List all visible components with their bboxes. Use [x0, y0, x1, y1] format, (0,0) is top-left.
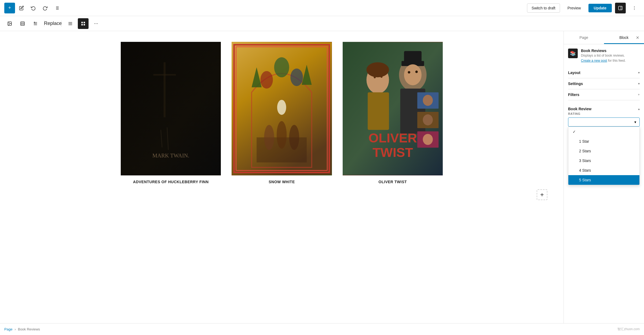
redo-button[interactable] [40, 3, 50, 13]
dropdown-item-any[interactable]: ✓ [568, 127, 639, 137]
settings-section-label: Settings [568, 82, 583, 86]
filters-section-label: Filters [568, 93, 579, 97]
svg-text:TWIST: TWIST [372, 145, 413, 160]
svg-point-9 [634, 8, 635, 8]
book-review-chevron-up-icon: ▴ [638, 107, 640, 111]
rating-label: RATING [568, 112, 640, 115]
grid-view-button[interactable] [78, 18, 89, 29]
svg-rect-6 [619, 6, 622, 10]
filters-plus-icon: + [638, 93, 640, 97]
svg-point-69 [423, 134, 433, 145]
align-button[interactable] [65, 18, 76, 29]
list-button[interactable] [52, 3, 62, 13]
svg-point-61 [415, 71, 418, 73]
svg-point-54 [366, 62, 389, 77]
more-block-options-button[interactable] [91, 18, 101, 29]
book-review-section-label: Book Review [568, 107, 591, 111]
list-item: MARK TWAIN. ADVENTURES OF HUCKLEBERRY FI… [121, 42, 221, 184]
svg-rect-22 [81, 22, 83, 23]
dropdown-item-2stars[interactable]: 2 Stars [568, 146, 639, 156]
svg-rect-25 [84, 24, 85, 25]
top-toolbar: + Switch to draft Preview Update [0, 0, 644, 16]
block-desc-text: Displays a list of book reviews. [581, 53, 626, 58]
dropdown-item-5stars[interactable]: 5 Stars [568, 175, 639, 185]
svg-rect-24 [81, 24, 83, 25]
svg-point-26 [94, 23, 95, 24]
settings-chevron-down-icon: ▾ [638, 82, 640, 86]
huck-cover-art: MARK TWAIN. [121, 42, 221, 175]
dropdown-item-1star[interactable]: 1 Star [568, 137, 639, 146]
settings-section-row[interactable]: Settings ▾ [568, 78, 640, 89]
layout-chevron-down-icon: ▾ [638, 71, 640, 75]
block-icon: 📚 [568, 49, 578, 58]
update-button[interactable]: Update [588, 4, 612, 12]
books-grid: MARK TWAIN. ADVENTURES OF HUCKLEBERRY FI… [121, 42, 443, 184]
toggle-sidebar-button[interactable] [615, 3, 626, 13]
switch-draft-button[interactable]: Switch to draft [527, 3, 560, 13]
block-name-label: Book Reviews [581, 49, 626, 53]
list-item: SNOW WHITE [232, 42, 332, 184]
svg-point-41 [291, 69, 303, 86]
svg-point-60 [408, 71, 410, 73]
second-toolbar: Replace [0, 16, 644, 31]
svg-point-27 [96, 23, 96, 24]
sidebar-tabs: Page Block × [564, 31, 644, 44]
tab-page[interactable]: Page [564, 31, 604, 44]
svg-rect-51 [368, 92, 389, 130]
svg-point-12 [9, 23, 9, 23]
svg-point-47 [289, 125, 299, 150]
block-create-link-row: Create a new post for this feed. [581, 58, 626, 63]
svg-point-68 [423, 114, 433, 125]
svg-point-67 [423, 95, 433, 106]
right-sidebar: Page Block × 📚 Book Reviews Displays a l… [564, 31, 644, 323]
svg-point-8 [634, 6, 635, 7]
rating-dropdown-trigger[interactable]: ▾ [568, 117, 640, 127]
block-description: Book Reviews Displays a list of book rev… [581, 49, 626, 63]
book-title-snow: SNOW WHITE [269, 180, 295, 184]
main-area: MARK TWAIN. ADVENTURES OF HUCKLEBERRY FI… [0, 31, 644, 323]
svg-text:OLIVER: OLIVER [368, 131, 417, 145]
more-options-button[interactable] [629, 3, 640, 13]
svg-point-45 [264, 125, 274, 150]
check-icon: ✓ [573, 130, 577, 134]
svg-point-10 [634, 9, 635, 10]
create-new-post-link[interactable]: Create a new post [581, 59, 607, 62]
settings-icon-button[interactable] [30, 18, 41, 29]
book-cover-huck: MARK TWAIN. [121, 42, 221, 175]
svg-rect-23 [84, 22, 85, 23]
add-block-button[interactable]: + [4, 3, 15, 13]
undo-button[interactable] [28, 3, 39, 13]
sidebar-close-button[interactable]: × [633, 33, 642, 42]
svg-point-46 [277, 121, 287, 149]
dropdown-item-3stars[interactable]: 3 Stars [568, 156, 639, 165]
preview-button[interactable]: Preview [563, 4, 585, 12]
book-cover-oliver: OLIVER TWIST [343, 42, 443, 175]
pencil-button[interactable] [16, 3, 27, 13]
book-review-row[interactable]: Book Review ▴ [568, 104, 640, 112]
book-cover-snow [232, 42, 332, 175]
rating-dropdown-container: ▾ ✓ 1 Star 2 Stars [568, 117, 640, 127]
add-block-bottom-button[interactable] [537, 189, 547, 200]
filters-section-row[interactable]: Filters + [568, 89, 640, 100]
svg-point-28 [97, 23, 98, 24]
toolbar-separator-2 [61, 20, 62, 27]
book-title-huck: ADVENTURES OF HUCKLEBERRY FINN [133, 180, 209, 184]
toolbar-left: + [4, 3, 527, 13]
stack-icon-button[interactable] [17, 18, 28, 29]
dropdown-item-4stars[interactable]: 4 Stars [568, 165, 639, 175]
image-icon-button[interactable] [4, 18, 15, 29]
svg-point-40 [261, 71, 273, 89]
list-item: OLIVER TWIST [343, 42, 443, 184]
tab-indicator [604, 43, 644, 44]
replace-button[interactable]: Replace [47, 18, 58, 29]
layout-section-label: Layout [568, 71, 580, 75]
book-review-section: Book Review ▴ RATING ▾ ✓ [568, 100, 640, 130]
breadcrumb-current: Book Reviews [18, 327, 40, 331]
watermark-text: 智汇zhuon.com [617, 327, 640, 332]
book-reviews-icon: 📚 [570, 50, 576, 56]
dropdown-chevron-icon: ▾ [634, 120, 636, 124]
svg-rect-58 [404, 51, 421, 64]
breadcrumb-page[interactable]: Page [4, 327, 12, 331]
layout-section-row[interactable]: Layout ▾ [568, 67, 640, 78]
rating-dropdown-menu: ✓ 1 Star 2 Stars 3 S [568, 127, 640, 185]
